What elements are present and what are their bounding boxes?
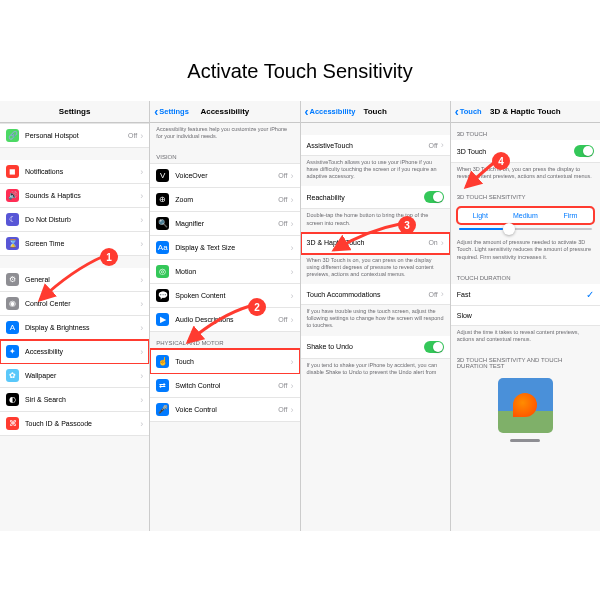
row-duration-slow[interactable]: Slow [451, 306, 600, 326]
row-3dtouch-toggle[interactable]: 3D Touch [451, 140, 600, 163]
accessibility-intro: Accessibility features help you customiz… [150, 123, 299, 146]
app-icon: ✦ [6, 345, 19, 358]
chevron-icon: › [140, 419, 143, 429]
toggle-3dtouch[interactable] [574, 145, 594, 157]
step-badge-4: 4 [492, 152, 510, 170]
toggle-reachability[interactable] [424, 191, 444, 203]
chevron-icon: › [291, 357, 294, 367]
seg-medium[interactable]: Medium [503, 208, 548, 223]
chevron-icon: › [291, 315, 294, 325]
section-3dtouch: 3D TOUCH [451, 123, 600, 140]
seg-light[interactable]: Light [458, 208, 503, 223]
panel-settings: Settings 🔗Personal HotspotOff›◼Notificat… [0, 101, 149, 531]
test-thumbnail[interactable] [498, 378, 553, 433]
chevron-icon: › [441, 140, 444, 150]
app-icon: ▶ [156, 313, 169, 326]
row-accessibility[interactable]: ✦Accessibility› [0, 340, 149, 364]
page-title: Activate Touch Sensitivity [0, 0, 600, 101]
row-wallpaper[interactable]: ✿Wallpaper› [0, 364, 149, 388]
panel-accessibility: Settings Accessibility Accessibility fea… [149, 101, 299, 531]
chevron-icon: › [140, 395, 143, 405]
shake-desc: If you tend to shake your iPhone by acci… [301, 359, 450, 382]
chevron-icon: › [140, 347, 143, 357]
row-general[interactable]: ⚙General› [0, 268, 149, 292]
chevron-icon: › [140, 275, 143, 285]
row-personal-hotspot[interactable]: 🔗Personal HotspotOff› [0, 123, 149, 148]
app-icon: ◼ [6, 165, 19, 178]
section-vision: VISION [150, 146, 299, 163]
row-switch-control[interactable]: ⇄Switch ControlOff› [150, 374, 299, 398]
app-icon: 💬 [156, 289, 169, 302]
row-spoken-content[interactable]: 💬Spoken Content› [150, 284, 299, 308]
row-touch-id-passcode[interactable]: ⌘Touch ID & Passcode› [0, 412, 149, 436]
thumbnail-handle [510, 439, 540, 442]
row-sounds-haptics[interactable]: 🔊Sounds & Haptics› [0, 184, 149, 208]
app-icon: V [156, 169, 169, 182]
row-notifications[interactable]: ◼Notifications› [0, 160, 149, 184]
section-motor: PHYSICAL AND MOTOR [150, 332, 299, 349]
row-display-brightness[interactable]: ADisplay & Brightness› [0, 316, 149, 340]
row-siri-search[interactable]: ◐Siri & Search› [0, 388, 149, 412]
chevron-icon: › [140, 191, 143, 201]
row-shake-to-undo[interactable]: Shake to Undo [301, 336, 450, 359]
back-accessibility[interactable]: Accessibility [305, 105, 356, 119]
row-assistivetouch[interactable]: AssistiveTouchOff› [301, 135, 450, 156]
chevron-icon: › [140, 167, 143, 177]
row-display-text-size[interactable]: AaDisplay & Text Size› [150, 236, 299, 260]
sensitivity-segment[interactable]: Light Medium Firm [457, 207, 594, 224]
row-screen-time[interactable]: ⌛Screen Time› [0, 232, 149, 256]
check-icon: ✓ [586, 289, 594, 300]
chevron-icon: › [291, 195, 294, 205]
app-icon: ⌘ [6, 417, 19, 430]
app-icon: ◐ [6, 393, 19, 406]
chevron-icon: › [140, 215, 143, 225]
row-motion[interactable]: ◎Motion› [150, 260, 299, 284]
app-icon: ⇄ [156, 379, 169, 392]
app-icon: ☾ [6, 213, 19, 226]
row-voiceover[interactable]: VVoiceOverOff› [150, 163, 299, 188]
app-icon: A [6, 321, 19, 334]
panel-3d-haptic: Touch 3D & Haptic Touch 3D TOUCH 3D Touc… [450, 101, 600, 531]
row-touch-accommodations[interactable]: Touch AccommodationsOff› [301, 284, 450, 305]
step-badge-2: 2 [248, 298, 266, 316]
chevron-icon: › [441, 289, 444, 299]
step-badge-3: 3 [398, 216, 416, 234]
app-icon: ◉ [6, 297, 19, 310]
row-magnifier[interactable]: 🔍MagnifierOff› [150, 212, 299, 236]
app-icon: ⌛ [6, 237, 19, 250]
row-voice-control[interactable]: 🎤Voice ControlOff› [150, 398, 299, 422]
assistive-desc: AssistiveTouch allows you to use your iP… [301, 156, 450, 186]
chevron-icon: › [441, 238, 444, 248]
panel-touch: Accessibility Touch AssistiveTouchOff› A… [300, 101, 450, 531]
row-audio-descriptions[interactable]: ▶Audio DescriptionsOff› [150, 308, 299, 332]
app-icon: ✿ [6, 369, 19, 382]
header-settings: Settings [0, 101, 149, 123]
row-do-not-disturb[interactable]: ☾Do Not Disturb› [0, 208, 149, 232]
seg-firm[interactable]: Firm [548, 208, 593, 223]
chevron-icon: › [140, 239, 143, 249]
toggle-shake[interactable] [424, 341, 444, 353]
chevron-icon: › [140, 131, 143, 141]
reach-desc: Double-tap the home button to bring the … [301, 209, 450, 232]
app-icon: ⚙ [6, 273, 19, 286]
row-touch[interactable]: ☝Touch› [150, 349, 299, 374]
row-reachability[interactable]: Reachability [301, 186, 450, 209]
chevron-icon: › [291, 291, 294, 301]
sensitivity-desc: Adjust the amount of pressure needed to … [451, 236, 600, 266]
back-settings[interactable]: Settings [154, 105, 189, 119]
app-icon: ☝ [156, 355, 169, 368]
step-badge-1: 1 [100, 248, 118, 266]
haptic-desc: When 3D Touch is on, you can press on th… [301, 254, 450, 284]
row-control-center[interactable]: ◉Control Center› [0, 292, 149, 316]
section-duration: TOUCH DURATION [451, 267, 600, 284]
chevron-icon: › [291, 243, 294, 253]
header-3d-haptic: Touch 3D & Haptic Touch [451, 101, 600, 123]
header-accessibility: Settings Accessibility [150, 101, 299, 123]
sensitivity-slider[interactable] [459, 228, 592, 230]
app-icon: 🔊 [6, 189, 19, 202]
row-3d-haptic-touch[interactable]: 3D & Haptic TouchOn› [301, 233, 450, 254]
back-touch[interactable]: Touch [455, 105, 482, 119]
row-zoom[interactable]: ⊕ZoomOff› [150, 188, 299, 212]
row-duration-fast[interactable]: Fast✓ [451, 284, 600, 306]
header-touch: Accessibility Touch [301, 101, 450, 123]
